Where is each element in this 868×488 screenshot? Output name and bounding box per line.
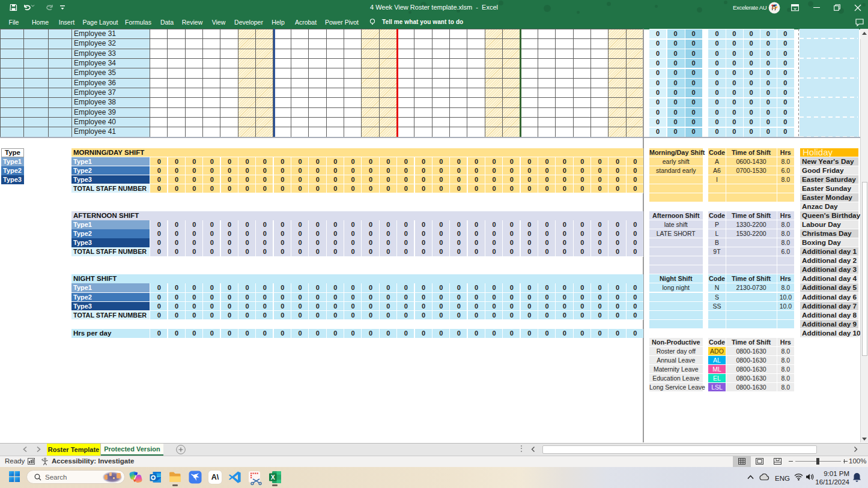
svg-text:X: X [271, 474, 275, 481]
